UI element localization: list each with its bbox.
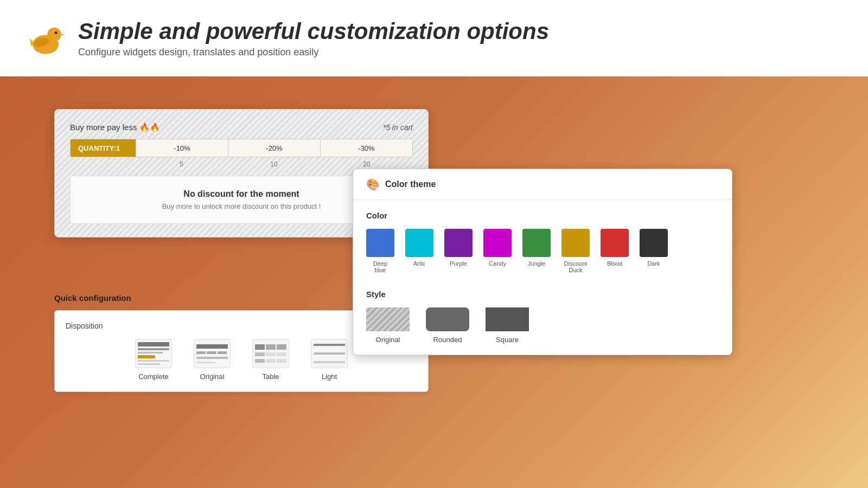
light-icon [311, 339, 348, 368]
page-subtitle: Configure widgets design, translates and… [78, 47, 549, 58]
page-title: Simple and powerful customization option… [78, 18, 549, 44]
disp-option-table[interactable]: Table [252, 339, 289, 381]
swatch-dark[interactable]: Dark [640, 229, 668, 273]
style-section-label: Style [366, 290, 719, 299]
disp-option-light[interactable]: Light [311, 339, 348, 381]
color-theme-card: 🎨 Color theme Color Deepblue Artic [353, 169, 732, 355]
buy-more-header: Buy more pay less 🔥🔥 *5 in cart [70, 123, 413, 132]
swatch-box-jungle [522, 229, 551, 257]
complete-label: Complete [138, 373, 169, 381]
style-option-original[interactable]: Original [366, 307, 410, 344]
svg-marker-2 [60, 34, 65, 36]
swatch-label-discount-duck: DiscountDuck [564, 260, 588, 273]
swatch-label-artic: Artic [413, 260, 425, 267]
no-discount-title: No discount for the moment [84, 189, 399, 199]
in-cart-label: *5 in cart [383, 123, 413, 132]
color-theme-title: Color theme [385, 179, 436, 189]
swatch-artic[interactable]: Artic [405, 229, 433, 273]
swatch-label-candy: Candy [489, 260, 506, 267]
style-preview-rounded [426, 307, 469, 331]
logo-duck-icon [22, 16, 65, 60]
label-20: 20 [320, 160, 413, 168]
buy-more-title: Buy more pay less 🔥🔥 [70, 123, 160, 132]
swatch-label-dark: Dark [647, 260, 660, 267]
swatch-purple[interactable]: Purple [444, 229, 473, 273]
swatch-box-discount-duck [561, 229, 590, 257]
swatch-box-blood [601, 229, 629, 257]
swatch-label-blood: Blood [607, 260, 622, 267]
disp-option-original[interactable]: Original [194, 339, 231, 381]
style-preview-original [366, 307, 410, 331]
original-icon [194, 339, 231, 368]
color-theme-body: Color Deepblue Artic Purple [353, 200, 732, 355]
swatch-blood[interactable]: Blood [601, 229, 629, 273]
swatch-box-candy [483, 229, 512, 257]
swatch-jungle[interactable]: Jungle [522, 229, 551, 273]
style-option-square[interactable]: Square [486, 307, 529, 344]
style-option-rounded[interactable]: Rounded [426, 307, 469, 344]
svg-point-1 [47, 28, 61, 42]
label-10: 10 [228, 160, 321, 168]
quantity-label: QUANTITY:1 [71, 139, 136, 157]
original-label: Original [200, 373, 225, 381]
style-label-original: Original [376, 336, 400, 344]
swatch-label-purple: Purple [450, 260, 467, 267]
style-preview-square [486, 307, 529, 331]
style-label-square: Square [496, 336, 519, 344]
header-text-block: Simple and powerful customization option… [78, 18, 549, 58]
light-label: Light [322, 373, 337, 381]
page-header: Simple and powerful customization option… [0, 0, 868, 76]
disp-option-complete[interactable]: Complete [135, 339, 172, 381]
swatch-candy[interactable]: Candy [483, 229, 512, 273]
swatch-box-deep-blue [366, 229, 394, 257]
segment-1: -10% [136, 139, 228, 157]
swatch-box-artic [405, 229, 433, 257]
segment-3: -30% [320, 139, 412, 157]
swatch-deep-blue[interactable]: Deepblue [366, 229, 394, 273]
complete-icon [135, 339, 172, 368]
swatch-box-purple [444, 229, 473, 257]
color-theme-header: 🎨 Color theme [353, 169, 732, 200]
swatch-label-deep-blue: Deepblue [373, 260, 387, 273]
style-label-rounded: Rounded [433, 336, 462, 344]
color-section-label: Color [366, 211, 719, 220]
swatch-box-dark [640, 229, 668, 257]
table-label: Table [262, 373, 279, 381]
progress-labels: 5 10 20 [135, 160, 413, 168]
swatch-label-jungle: Jungle [528, 260, 545, 267]
table-icon [252, 339, 289, 368]
color-swatches: Deepblue Artic Purple Candy [366, 229, 719, 273]
svg-point-3 [55, 31, 58, 34]
segment-2: -20% [228, 139, 320, 157]
no-discount-sub: Buy more to unlock more discount on this… [84, 202, 399, 210]
style-options: Original Rounded Square [366, 307, 719, 344]
palette-icon: 🎨 [366, 178, 380, 191]
label-5: 5 [135, 160, 228, 168]
main-area: Buy more pay less 🔥🔥 *5 in cart QUANTITY… [0, 76, 868, 488]
progress-bar: QUANTITY:1 -10% -20% -30% [70, 139, 413, 157]
swatch-discount-duck[interactable]: DiscountDuck [561, 229, 590, 273]
